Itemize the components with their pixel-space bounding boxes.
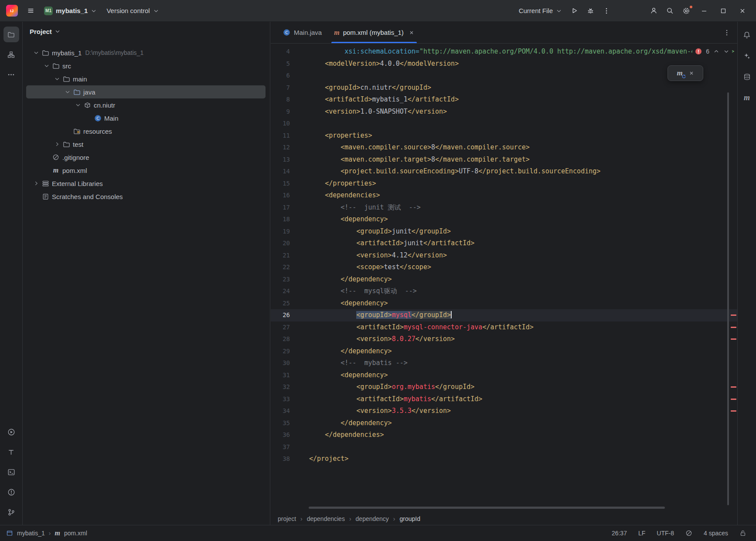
toolwindow-run-button[interactable] [3,424,19,440]
code-line-12[interactable]: 12 <maven.compiler.source>8</maven.compi… [271,142,737,154]
tree-item-test[interactable]: test [26,138,266,151]
dismiss-popup-icon[interactable] [689,71,694,76]
tree-item-gitignore[interactable]: .gitignore [26,151,266,164]
code-line-32[interactable]: 32 <groupId>org.mybatis</groupId> [271,381,737,393]
tree-item-external-libraries[interactable]: External Libraries [26,177,266,190]
toolwindow-ai-assistant-button[interactable] [739,46,755,65]
file-lock-icon[interactable] [739,530,746,537]
file-encoding[interactable]: UTF-8 [657,530,674,537]
chevron-down-icon[interactable] [33,50,41,56]
toolwindow-terminal-button[interactable] [3,464,19,480]
breadcrumb-dependencies[interactable]: dependencies [307,515,345,522]
close-tab-icon[interactable] [409,30,414,35]
code-line-20[interactable]: 20 <artifactId>junit</artifactId> [271,237,737,250]
code-line-36[interactable]: 36 </dependencies> [271,429,737,441]
error-stripe-mark[interactable] [731,410,736,412]
indent-config[interactable]: 4 spaces [704,530,728,537]
chevron-right-icon[interactable] [33,180,41,186]
code-line-13[interactable]: 13 <maven.compiler.target>8</maven.compi… [271,154,737,166]
code-line-8[interactable]: 8 <artifactId>mybatis_1</artifactId> [271,94,737,106]
ide-logo-icon[interactable]: IJ [6,5,18,17]
error-stripe-mark[interactable] [731,399,736,400]
error-stripe-mark[interactable] [731,338,736,340]
project-panel-header[interactable]: Project [23,22,270,41]
cursor-position[interactable]: 26:37 [612,530,627,537]
code-line-4[interactable]: 4 xsi:schemaLocation="http://maven.apach… [271,46,737,58]
code-line-22[interactable]: 22 <scope>test</scope> [271,261,737,274]
project-selector[interactable]: M1 mybatis_1 [40,3,101,18]
code-line-30[interactable]: 30 <!-- mybatis --> [271,357,737,369]
line-separator[interactable]: LF [638,530,645,537]
code-line-33[interactable]: 33 <artifactId>mybatis</artifactId> [271,393,737,406]
toolwindow-version-control-button[interactable] [3,504,19,520]
tree-item-java[interactable]: java [26,85,266,98]
breadcrumb-groupid[interactable]: groupId [400,515,420,522]
error-stripe-mark[interactable] [731,314,736,316]
maximize-button[interactable] [714,0,732,22]
toolwindow-problems-button[interactable] [3,484,19,500]
inspections-widget[interactable]: 6 [692,46,732,57]
breadcrumb-project[interactable]: project [278,515,296,522]
code-with-me-icon[interactable] [646,3,661,18]
editor-vertical-scrollbar[interactable] [727,92,729,505]
tree-item-pom-xml[interactable]: mpom.xml [26,164,266,177]
editor-options-icon[interactable] [723,29,737,36]
code-line-9[interactable]: 9 <version>1.0-SNAPSHOT</version> [271,106,737,118]
tab-pom-xml-mybatis-1[interactable]: mpom.xml (mybatis_1) [328,22,420,43]
toolwindow-services-button[interactable] [3,444,19,460]
settings-gear-icon[interactable] [678,3,694,18]
code-line-29[interactable]: 29 </dependency> [271,345,737,358]
code-line-28[interactable]: 28 <version>8.0.27</version> [271,333,737,345]
code-line-16[interactable]: 16 <dependencies> [271,189,737,202]
search-everywhere-icon[interactable] [662,3,678,18]
chevron-down-icon[interactable] [75,102,83,108]
code-line-24[interactable]: 24 <!-- mysql驱动 --> [271,285,737,298]
code-line-23[interactable]: 23 </dependency> [271,274,737,286]
code-line-37[interactable]: 37 [271,441,737,453]
vcs-widget[interactable]: Version control [102,3,163,18]
tree-item-main[interactable]: CMain [26,112,266,125]
breadcrumb-dependency[interactable]: dependency [356,515,389,522]
next-error-icon[interactable] [723,48,729,54]
tree-item-mybatis-1[interactable]: mybatis_1D:\mybatis\mybatis_1 [26,46,266,59]
code-line-25[interactable]: 25 <dependency> [271,298,737,310]
chevron-down-icon[interactable] [44,63,51,69]
maven-reload-popup[interactable]: m [667,65,703,81]
code-line-15[interactable]: 15 </properties> [271,178,737,190]
ai-status-icon[interactable] [685,530,692,537]
toolwindow-maven-button[interactable]: m [739,88,755,107]
status-file[interactable]: pom.xml [64,530,87,537]
chevron-down-icon[interactable] [54,76,62,82]
chevron-right-icon[interactable] [54,141,62,147]
code-line-11[interactable]: 11 <properties> [271,130,737,142]
error-stripe-mark[interactable] [731,327,736,328]
code-line-19[interactable]: 19 <groupId>junit</groupId> [271,226,737,238]
tab-main-java[interactable]: CMain.java [277,22,328,43]
tree-item-scratches-and-consoles[interactable]: Scratches and Consoles [26,190,266,203]
run-button[interactable] [567,3,582,18]
toolwindow-structure-button[interactable] [3,47,19,62]
editor-horizontal-scrollbar[interactable] [309,507,665,509]
toolwindow-more-button[interactable] [3,67,19,82]
tree-item-main[interactable]: main [26,72,266,85]
tree-item-src[interactable]: src [26,59,266,72]
tree-item-cn-niutr[interactable]: cn.niutr [26,98,266,112]
code-line-7[interactable]: 7 <groupId>cn.niutr</groupId> [271,82,737,94]
code-line-27[interactable]: 27 <artifactId>mysql-connector-java</art… [271,321,737,334]
code-line-26[interactable]: 26 <groupId>mysql</groupId> [271,309,737,321]
code-line-21[interactable]: 21 <version>4.12</version> [271,250,737,262]
toolwindow-database-button[interactable] [739,67,755,86]
close-button[interactable] [733,0,752,22]
code-editor[interactable]: 4 xsi:schemaLocation="http://maven.apach… [271,44,737,512]
main-menu-icon[interactable] [23,3,38,18]
code-line-34[interactable]: 34 <version>3.5.3</version> [271,405,737,417]
code-line-38[interactable]: 38</project> [271,453,737,465]
status-project[interactable]: mybatis_1 [17,530,45,537]
run-configuration-selector[interactable]: Current File [515,3,566,18]
tree-item-resources[interactable]: resources [26,125,266,138]
code-line-35[interactable]: 35 </dependency> [271,417,737,429]
debug-button[interactable] [583,3,598,18]
previous-error-icon[interactable] [713,48,719,54]
more-actions-icon[interactable] [599,3,614,18]
toolwindow-project-button[interactable] [3,27,19,42]
